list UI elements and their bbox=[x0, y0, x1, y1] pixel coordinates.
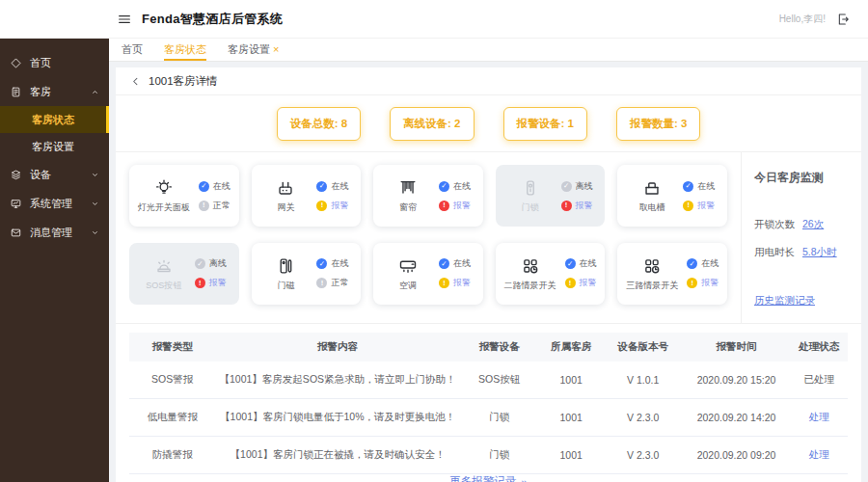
alarm-exclaim-icon bbox=[565, 278, 576, 288]
air-conditioner-icon bbox=[397, 255, 419, 277]
alarm-exclaim-icon bbox=[439, 201, 449, 211]
alarm-state-cell: 处理 bbox=[790, 399, 848, 437]
system-icon bbox=[10, 198, 22, 210]
device-icon bbox=[10, 169, 22, 181]
tab-room-settings[interactable]: 客房设置 bbox=[228, 39, 279, 61]
sidebar-subitem-label: 客房设置 bbox=[32, 140, 74, 154]
sidebar-item-room-settings[interactable]: 客房设置 bbox=[0, 133, 109, 160]
home-icon bbox=[10, 57, 22, 69]
device-card-door-lock[interactable]: 门锁 离线 报警 bbox=[496, 165, 606, 227]
device-card-light-switch-panel[interactable]: 灯光开关面板 在线 正常 bbox=[129, 165, 239, 227]
device-online-status: 离线 bbox=[195, 257, 227, 270]
device-card-sos-button[interactable]: SOS按钮 离线 报警 bbox=[129, 243, 239, 305]
device-name: 门磁 bbox=[277, 280, 294, 292]
alarm-content-cell: 【1001】客房门锁电量低于10%，请及时更换电池！ bbox=[215, 399, 459, 437]
online-check-icon bbox=[683, 181, 693, 192]
handle-alarm-link[interactable]: 处理 bbox=[809, 411, 829, 422]
alarm-type-cell: SOS警报 bbox=[129, 362, 215, 399]
alarm-state-cell: 处理 bbox=[790, 437, 848, 474]
sos-button-icon bbox=[153, 255, 175, 277]
device-alarm-status: 报警 bbox=[195, 277, 227, 289]
device-alarm-status: 正常 bbox=[199, 200, 231, 212]
column-header: 所属客房 bbox=[539, 333, 604, 362]
offline-check-icon bbox=[561, 181, 572, 192]
chevron-down-icon bbox=[91, 171, 99, 179]
unlock-count-link[interactable]: 26次 bbox=[802, 218, 824, 231]
alarm-version-cell: V 1.0.1 bbox=[604, 362, 683, 399]
device-alarm-status: 报警 bbox=[565, 277, 597, 289]
device-alarm-status: 正常 bbox=[316, 277, 348, 289]
more-link-label: 更多报警记录 bbox=[449, 474, 516, 482]
more-alarm-records-link[interactable]: 更多报警记录 » bbox=[116, 474, 861, 482]
stat-value: 1 bbox=[568, 118, 574, 129]
stat-chip-alarm-count[interactable]: 报警数量3 bbox=[616, 107, 700, 141]
handle-alarm-link[interactable]: 处理 bbox=[809, 448, 829, 460]
tab-label: 客房设置 bbox=[228, 42, 270, 57]
main-area: 首页 客房状态 客房设置 1001客房详情 设备总数8 bbox=[109, 39, 868, 482]
sidebar-item-system-management[interactable]: 系统管理 bbox=[0, 189, 109, 218]
history-records-link[interactable]: 历史监测记录 bbox=[754, 294, 815, 308]
alarm-table-row: 低电量警报 【1001】客房门锁电量低于10%，请及时更换电池！ 门锁 1001… bbox=[129, 399, 848, 437]
stat-label: 报警设备 bbox=[517, 118, 568, 129]
close-tab-icon[interactable] bbox=[273, 44, 279, 55]
sidebar-item-room-status[interactable]: 客房状态 bbox=[0, 106, 109, 133]
device-card-curtain[interactable]: 窗帘 在线 报警 bbox=[373, 165, 483, 227]
device-card-power-card-slot[interactable]: 取电槽 在线 报警 bbox=[617, 165, 727, 227]
gateway-icon bbox=[275, 177, 296, 199]
device-name: 网关 bbox=[277, 201, 294, 214]
device-card-air-conditioner[interactable]: 空调 在线 报警 bbox=[373, 243, 483, 305]
normal-exclaim-icon bbox=[199, 201, 209, 211]
tab-home[interactable]: 首页 bbox=[122, 39, 143, 61]
device-card-door-sensor[interactable]: 门磁 在线 正常 bbox=[252, 243, 362, 305]
device-card-scene-switch-2[interactable]: 二路情景开关 在线 报警 bbox=[496, 243, 606, 305]
alarm-table-row: SOS警报 【1001】客房发起SOS紧急求助，请立即上门协助！ SOS按钮 1… bbox=[129, 362, 848, 399]
page-title: 1001客房详情 bbox=[149, 74, 218, 89]
light-switch-panel-icon bbox=[153, 177, 175, 199]
sidebar-subitem-label: 客房状态 bbox=[32, 113, 74, 127]
device-online-status: 在线 bbox=[565, 257, 597, 270]
device-alarm-status: 报警 bbox=[316, 200, 348, 212]
tab-room-status[interactable]: 客房状态 bbox=[164, 39, 206, 61]
sidebar-item-label: 系统管理 bbox=[30, 197, 72, 211]
sidebar-item-devices[interactable]: 设备 bbox=[0, 160, 109, 189]
room-detail-panel: 1001客房详情 设备总数8 离线设备2 报警设备1 报警数量3 bbox=[116, 67, 861, 482]
normal-exclaim-icon bbox=[316, 278, 327, 288]
app-title: Fenda智慧酒店后管系统 bbox=[142, 11, 283, 28]
stat-chip-total-devices[interactable]: 设备总数8 bbox=[277, 107, 361, 141]
user-greeting: Hello,李四! bbox=[779, 13, 826, 26]
power-usage-row: 用电时长 5.8小时 bbox=[754, 246, 849, 259]
device-alarm-status: 报警 bbox=[561, 200, 593, 212]
content-area: 1001客房详情 设备总数8 离线设备2 报警设备1 报警数量3 bbox=[109, 62, 868, 482]
online-check-icon bbox=[687, 258, 697, 269]
online-check-icon bbox=[316, 181, 327, 192]
device-card-scene-switch-3[interactable]: 三路情景开关 在线 报警 bbox=[617, 243, 727, 305]
stat-label: 设备总数 bbox=[290, 118, 341, 129]
stat-label: 离线设备 bbox=[403, 118, 454, 129]
power-usage-link[interactable]: 5.8小时 bbox=[802, 246, 837, 259]
alarm-device-cell: 门锁 bbox=[460, 399, 539, 437]
alarm-exclaim-icon bbox=[561, 201, 572, 211]
logout-icon[interactable] bbox=[835, 12, 851, 27]
device-name: 窗帘 bbox=[399, 201, 417, 214]
app-window: Fenda智慧酒店后管系统 Hello,李四! 首页 客房 客房状态 客房设置 … bbox=[0, 0, 868, 482]
back-chevron-icon[interactable] bbox=[130, 76, 141, 87]
stat-value: 3 bbox=[681, 118, 687, 129]
device-card-gateway[interactable]: 网关 在线 报警 bbox=[252, 165, 362, 227]
chevron-down-icon bbox=[91, 200, 99, 208]
menu-hamburger-icon[interactable] bbox=[117, 12, 132, 27]
stat-value: 8 bbox=[341, 118, 347, 129]
chevron-down-icon bbox=[91, 228, 99, 237]
double-chevron-right-icon: » bbox=[521, 476, 527, 482]
alarm-time-cell: 2020.09.20 14:20 bbox=[683, 399, 791, 437]
tab-label: 首页 bbox=[122, 42, 143, 57]
chevron-up-icon bbox=[91, 88, 99, 96]
alarm-room-cell: 1001 bbox=[539, 362, 604, 399]
top-header-right: Hello,李四! bbox=[779, 12, 851, 27]
sidebar-item-rooms[interactable]: 客房 bbox=[0, 77, 109, 106]
sidebar-item-home[interactable]: 首页 bbox=[0, 48, 109, 77]
room-icon bbox=[10, 86, 22, 98]
stat-chip-alarm-devices[interactable]: 报警设备1 bbox=[503, 107, 587, 141]
sidebar-item-message-management[interactable]: 消息管理 bbox=[0, 218, 109, 247]
stat-chip-offline-devices[interactable]: 离线设备2 bbox=[390, 107, 474, 141]
sidebar-item-label: 客房 bbox=[30, 85, 51, 99]
